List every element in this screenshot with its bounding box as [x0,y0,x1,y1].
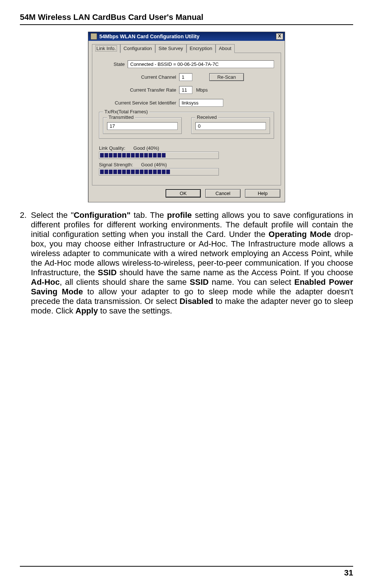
state-value: Connected - BSSID = 00-06-25-04-7A-7C [128,60,274,68]
current-channel-value: 1 [179,73,192,81]
app-icon [90,33,97,40]
tab-link-info[interactable]: Link Info. [92,44,120,53]
close-icon[interactable]: X [276,33,283,40]
rescan-button[interactable]: Re-Scan [209,73,244,81]
list-number: 2. [20,210,31,315]
window-title-text: 54Mbps WLAN Card Configuration Utility [99,33,199,39]
dialog-button-row: OK Cancel Help [88,189,285,202]
tab-about[interactable]: About [216,44,235,53]
signal-strength-value: Good (46%) [141,162,167,167]
screenshot-figure: 54Mbps WLAN Card Configuration Utility X… [20,32,353,202]
link-quality-label: Link Quality: [99,145,125,151]
page-number: 31 [20,568,353,578]
signal-strength-label: Signal Strength: [99,162,133,167]
signal-strength-meter [99,168,219,176]
state-label: State [99,61,128,67]
current-channel-label: Current Channel [99,74,179,80]
page-header-title: 54M Wireless LAN CardBus Card User's Man… [20,13,353,22]
tab-site-survey[interactable]: Site Survey [155,44,186,53]
received-group: Received 0 [191,117,270,134]
transmitted-group: Transmitted 17 [103,117,182,134]
txrx-group: Tx/Rx(Total Frames) Transmitted 17 Recei… [99,112,274,139]
transfer-rate-label: Current Transfer Rate [99,87,179,93]
page-footer: 31 [20,566,353,578]
help-button[interactable]: Help [245,189,280,198]
config-utility-window: 54Mbps WLAN Card Configuration Utility X… [88,32,285,202]
cancel-button[interactable]: Cancel [205,189,241,198]
received-value: 0 [195,122,266,130]
header-rule [20,24,353,25]
ok-button[interactable]: OK [166,189,201,198]
tab-content: State Connected - BSSID = 00-06-25-04-7A… [92,53,281,185]
link-quality-value: Good (40%) [134,145,159,151]
txrx-group-title: Tx/Rx(Total Frames) [103,109,149,114]
list-content: Select the "Configuration" tab. The prof… [31,210,353,315]
footer-rule [20,566,353,567]
link-quality-meter [99,152,219,159]
transfer-rate-value: 11 [179,86,192,94]
window-titlebar: 54Mbps WLAN Card Configuration Utility X [88,32,285,41]
received-label: Received [195,114,218,120]
tab-strip: Link Info. Configuration Site Survey Enc… [88,41,285,53]
transmitted-value: 17 [107,122,178,130]
tab-configuration[interactable]: Configuration [120,44,155,53]
ssid-label: Current Service Set Identifier [99,100,179,106]
instruction-step-2: 2. Select the "Configuration" tab. The p… [20,210,353,315]
transmitted-label: Transmitted [107,114,135,120]
rate-unit: Mbps [196,87,208,93]
ssid-value: linksyss [179,99,223,107]
tab-encryption[interactable]: Encryption [186,44,216,53]
